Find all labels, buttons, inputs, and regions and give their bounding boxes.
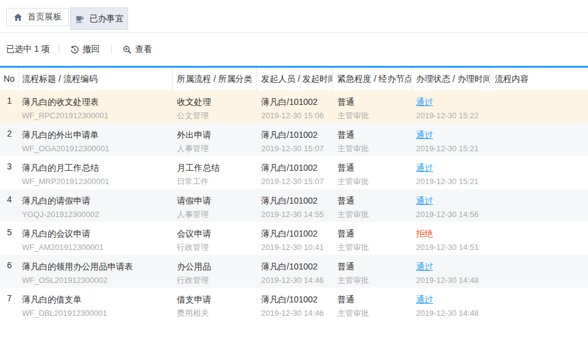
process-title: 薄凡白的收文处理表 bbox=[22, 96, 173, 108]
table-header: No 流程标题 / 流程编码 所属流程 / 所属分类 发起人员 / 发起时间 紧… bbox=[0, 68, 588, 90]
process-code: WF_DBL201912300001 bbox=[22, 307, 173, 319]
status-link[interactable]: 通过 bbox=[416, 262, 433, 271]
process-title: 薄凡白的请假申请 bbox=[22, 194, 173, 207]
handling-node: 主管审批 bbox=[337, 110, 412, 122]
process-name: 收文处理 bbox=[177, 96, 257, 108]
process-category: 行政管理 bbox=[177, 241, 257, 254]
toolbar: 已选中 1 项 撤回 查看 bbox=[0, 33, 588, 66]
view-button[interactable]: 查看 bbox=[120, 43, 155, 56]
process-category: 人事管理 bbox=[177, 143, 257, 155]
process-title: 薄凡白的外出申请单 bbox=[22, 129, 173, 141]
initiator: 薄凡白/101002 bbox=[261, 260, 333, 273]
start-time: 2019-12-30 14:46 bbox=[261, 307, 333, 319]
column-header-urgency-node: 紧急程度 / 经办节点 bbox=[333, 68, 412, 90]
table-row[interactable]: 3 薄凡白的月工作总结 WF_MRP201912300001 月工作总结 日常工… bbox=[0, 156, 588, 189]
start-time: 2019-12-30 14:55 bbox=[261, 209, 333, 221]
handle-time: 2019-12-30 15:22 bbox=[416, 110, 490, 122]
handling-node: 主管审批 bbox=[337, 241, 412, 254]
process-content-cell bbox=[490, 288, 588, 321]
table-body: 1 薄凡白的收文处理表 WF_RPC201912300001 收文处理 公文管理… bbox=[0, 90, 588, 321]
initiator: 薄凡白/101002 bbox=[261, 227, 333, 240]
column-header-title-code: 流程标题 / 流程编码 bbox=[19, 68, 173, 90]
process-code: WF_MRP201912300001 bbox=[22, 176, 173, 188]
process-content-cell bbox=[490, 189, 588, 222]
zoom-view-icon bbox=[123, 45, 132, 54]
tab-bar: 首页展板 已办事宜 bbox=[0, 0, 588, 33]
toolbar-divider bbox=[59, 45, 59, 54]
status-link[interactable]: 拒绝 bbox=[416, 229, 433, 238]
process-code: WF_OGA201912300001 bbox=[22, 143, 173, 155]
view-label: 查看 bbox=[135, 44, 152, 55]
withdraw-button[interactable]: 撤回 bbox=[68, 43, 102, 56]
home-icon bbox=[13, 13, 23, 22]
handle-time: 2019-12-30 14:48 bbox=[416, 307, 490, 319]
status-link[interactable]: 通过 bbox=[416, 130, 433, 140]
initiator: 薄凡白/101002 bbox=[261, 293, 333, 305]
row-number: 7 bbox=[0, 288, 19, 321]
table-row[interactable]: 5 薄凡白的会议申请 WF_AM201912300001 会议申请 行政管理 薄… bbox=[0, 222, 588, 255]
process-category: 行政管理 bbox=[177, 274, 257, 287]
column-header-process-category: 所属流程 / 所属分类 bbox=[173, 68, 257, 90]
tab-home-dashboard[interactable]: 首页展板 bbox=[6, 8, 69, 26]
start-time: 2019-12-30 14:46 bbox=[261, 274, 333, 287]
row-number: 6 bbox=[0, 255, 19, 288]
row-number: 5 bbox=[0, 222, 19, 255]
initiator: 薄凡白/101002 bbox=[261, 194, 333, 207]
done-tasks-page: 首页展板 已办事宜 已选中 1 项 bbox=[0, 0, 588, 364]
process-code: WF_AM201912300001 bbox=[22, 241, 173, 254]
start-time: 2019-12-30 15:06 bbox=[261, 110, 333, 122]
initiator: 薄凡白/101002 bbox=[261, 96, 333, 108]
process-code: YGQJ-201912300002 bbox=[22, 209, 173, 221]
table-row[interactable]: 7 薄凡白的借支单 WF_DBL201912300001 借支申请 费用相关 薄… bbox=[0, 288, 588, 321]
urgency-level: 普通 bbox=[337, 194, 412, 207]
handle-time: 2019-12-30 15:21 bbox=[416, 176, 490, 188]
handle-time: 2019-12-30 14:51 bbox=[416, 241, 490, 254]
process-name: 办公用品 bbox=[177, 260, 257, 273]
handling-node: 主管审批 bbox=[337, 176, 412, 188]
tab-done-tasks[interactable]: 已办事宜 bbox=[70, 7, 128, 30]
process-content-cell bbox=[490, 156, 588, 189]
process-title: 薄凡白的会议申请 bbox=[22, 227, 173, 240]
process-code: WF_OSL201912300002 bbox=[22, 274, 173, 287]
process-category: 人事管理 bbox=[177, 209, 257, 221]
status-link[interactable]: 通过 bbox=[416, 163, 433, 173]
urgency-level: 普通 bbox=[337, 162, 412, 174]
process-name: 会议申请 bbox=[177, 227, 257, 240]
process-title: 薄凡白的借支单 bbox=[22, 293, 173, 305]
process-name: 请假申请 bbox=[177, 194, 257, 207]
start-time: 2019-12-30 15:07 bbox=[261, 143, 333, 155]
process-name: 月工作总结 bbox=[177, 162, 257, 174]
row-number: 1 bbox=[0, 90, 19, 123]
urgency-level: 普通 bbox=[337, 293, 412, 305]
tea-cup-icon bbox=[75, 14, 85, 24]
status-link[interactable]: 通过 bbox=[416, 196, 433, 205]
process-content-cell bbox=[490, 90, 588, 123]
row-number: 4 bbox=[0, 189, 19, 222]
process-name: 外出申请 bbox=[177, 129, 257, 141]
status-link[interactable]: 通过 bbox=[416, 97, 433, 107]
process-title: 薄凡白的月工作总结 bbox=[22, 162, 173, 174]
selection-count-label: 已选中 1 项 bbox=[6, 44, 50, 55]
handling-node: 主管审批 bbox=[337, 209, 412, 221]
process-code: WF_RPC201912300001 bbox=[22, 110, 173, 122]
process-content-cell bbox=[490, 255, 588, 288]
withdraw-label: 撤回 bbox=[83, 44, 100, 55]
process-category: 公文管理 bbox=[177, 110, 257, 122]
table-row[interactable]: 6 薄凡白的领用办公用品申请表 WF_OSL201912300002 办公用品 … bbox=[0, 255, 588, 288]
process-content-cell bbox=[490, 123, 588, 156]
handle-time: 2019-12-30 15:21 bbox=[416, 143, 490, 155]
process-category: 日常工作 bbox=[177, 176, 257, 188]
process-name: 借支申请 bbox=[177, 293, 257, 305]
status-link[interactable]: 通过 bbox=[416, 294, 433, 304]
table-row[interactable]: 4 薄凡白的请假申请 YGQJ-201912300002 请假申请 人事管理 薄… bbox=[0, 189, 588, 222]
urgency-level: 普通 bbox=[337, 260, 412, 273]
process-content-cell bbox=[490, 222, 588, 255]
row-number: 3 bbox=[0, 156, 19, 189]
table-row[interactable]: 1 薄凡白的收文处理表 WF_RPC201912300001 收文处理 公文管理… bbox=[0, 90, 588, 123]
column-header-content: 流程内容 bbox=[490, 68, 588, 90]
process-title: 薄凡白的领用办公用品申请表 bbox=[22, 260, 173, 273]
urgency-level: 普通 bbox=[337, 227, 412, 240]
toolbar-divider bbox=[111, 45, 112, 54]
table-row[interactable]: 2 薄凡白的外出申请单 WF_OGA201912300001 外出申请 人事管理… bbox=[0, 123, 588, 156]
urgency-level: 普通 bbox=[337, 129, 412, 141]
